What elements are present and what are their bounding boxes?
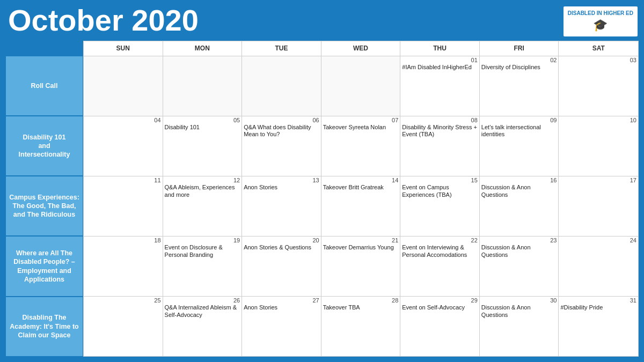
day-content: Q&A Internalized Ableism & Self-Advocacy <box>165 304 240 319</box>
day-number: 04 <box>154 117 160 123</box>
day-content: Disability 101 <box>165 124 240 131</box>
header-sat: SAT <box>559 41 638 56</box>
day-cell-w4-d5: 22Event on Interviewing & Personal Accom… <box>400 237 480 296</box>
day-number: 13 <box>312 178 319 183</box>
day-content: Takeover Syreeta Nolan <box>323 124 399 131</box>
day-number: 05 <box>233 117 240 123</box>
logo-line1: DISABLED IN <box>568 10 602 16</box>
day-cell-w1-d4 <box>321 56 401 116</box>
day-number: 10 <box>630 117 636 123</box>
day-number: 21 <box>392 238 398 243</box>
day-number: 02 <box>550 57 557 63</box>
day-number: 31 <box>630 298 636 304</box>
week-row-3: 1112Q&A Ableism, Experiences and more13A… <box>84 176 638 237</box>
day-number: 14 <box>392 178 398 183</box>
day-number: 06 <box>312 117 319 123</box>
day-cell-w3-d1: 11 <box>84 176 163 236</box>
day-number: 20 <box>312 238 319 243</box>
day-cell-w5-d4: 28Takeover TBA <box>321 297 401 356</box>
day-content: Q&A What does Disability Mean to You? <box>244 124 319 139</box>
day-content: Takeover Britt Gratreak <box>323 184 399 191</box>
day-content: Anon Stories <box>244 304 319 312</box>
header-tue: TUE <box>242 41 321 56</box>
day-number: 09 <box>550 117 557 123</box>
logo: DISABLED IN HIGHER ED 🎓 <box>562 5 639 38</box>
week-row-1: 01#IAm Disabled InHigherEd02Diversity of… <box>84 56 638 116</box>
day-number: 30 <box>550 298 557 304</box>
day-cell-w5-d6: 30Discussion & Anon Questions <box>480 297 559 356</box>
day-number: 27 <box>312 298 319 304</box>
header-mon: MON <box>163 41 243 56</box>
day-cell-w4-d2: 19Event on Disclosure & Personal Brandin… <box>163 237 243 296</box>
day-number: 07 <box>392 117 398 123</box>
day-content: Anon Stories <box>244 184 319 191</box>
day-number: 19 <box>233 238 240 243</box>
sidebar-week-2: Disability 101andIntersectionality <box>5 116 83 176</box>
day-cell-w2-d6: 09Let's talk intersectional identities <box>480 116 559 176</box>
day-content: #Disability Pride <box>560 304 636 312</box>
day-cell-w1-d2 <box>163 56 243 116</box>
day-cell-w2-d3: 06Q&A What does Disability Mean to You? <box>242 116 321 176</box>
day-content: Event on Campus Experiences (TBA) <box>402 184 478 199</box>
sidebar: Roll Call Disability 101andIntersectiona… <box>5 41 83 357</box>
day-cell-w2-d5: 08Disability & Minority Stress + Event (… <box>400 116 480 176</box>
day-content: Discussion & Anon Questions <box>481 184 557 199</box>
page: October 2020 DISABLED IN HIGHER ED 🎓 Rol… <box>0 0 644 362</box>
day-content: Disability & Minority Stress + Event (TB… <box>402 124 478 139</box>
logo-line2: HIGHER ED <box>603 10 633 16</box>
calendar-wrapper: Roll Call Disability 101andIntersectiona… <box>5 41 639 357</box>
day-content: #IAm Disabled InHigherEd <box>402 64 478 71</box>
header-sun: SUN <box>84 41 163 56</box>
day-headers: SUN MON TUE WED THU FRI SAT <box>84 41 638 56</box>
day-number: 18 <box>154 238 160 243</box>
day-cell-w2-d4: 07Takeover Syreeta Nolan <box>321 116 401 176</box>
day-cell-w2-d2: 05Disability 101 <box>163 116 243 176</box>
week-row-5: 2526Q&A Internalized Ableism & Self-Advo… <box>84 297 638 356</box>
day-number: 24 <box>630 238 636 243</box>
day-cell-w4-d7: 24 <box>559 237 638 296</box>
sidebar-week-1: Roll Call <box>5 56 83 116</box>
day-cell-w1-d5: 01#IAm Disabled InHigherEd <box>400 56 480 116</box>
day-content: Event on Disclosure & Personal Branding <box>165 244 240 259</box>
day-number: 17 <box>630 178 636 183</box>
day-cell-w5-d3: 27Anon Stories <box>242 297 321 356</box>
day-cell-w3-d6: 16Discussion & Anon Questions <box>480 176 559 236</box>
sidebar-spacer <box>5 41 83 56</box>
day-content: Discussion & Anon Questions <box>481 304 557 319</box>
day-number: 15 <box>471 178 478 183</box>
day-content: Event on Self-Advocacy <box>402 304 478 312</box>
day-content: Takeover TBA <box>323 304 399 312</box>
day-cell-w2-d1: 04 <box>84 116 163 176</box>
day-content: Event on Interviewing & Personal Accomod… <box>402 244 478 259</box>
day-cell-w3-d4: 14Takeover Britt Gratreak <box>321 176 401 236</box>
day-cell-w4-d3: 20Anon Stories & Questions <box>242 237 321 296</box>
day-number: 01 <box>471 57 478 63</box>
sidebar-week-4: Where are All TheDisabled People? –Emplo… <box>5 236 83 296</box>
header-thu: THU <box>400 41 480 56</box>
day-cell-w1-d6: 02Diversity of Disciplines <box>480 56 559 116</box>
logo-icon: 🎓 <box>568 18 633 33</box>
day-cell-w1-d3 <box>242 56 321 116</box>
day-cell-w4-d4: 21Takeover Demarrius Young <box>321 237 401 296</box>
day-content: Diversity of Disciplines <box>481 64 557 71</box>
day-cell-w5-d1: 25 <box>84 297 163 356</box>
day-content: Discussion & Anon Questions <box>481 244 557 259</box>
day-cell-w5-d7: 31#Disability Pride <box>559 297 638 356</box>
day-cell-w5-d5: 29Event on Self-Advocacy <box>400 297 480 356</box>
day-number: 03 <box>630 57 636 63</box>
day-cell-w4-d1: 18 <box>84 237 163 296</box>
calendar-grid: SUN MON TUE WED THU FRI SAT 01#IAm Disab… <box>83 41 639 357</box>
weeks: 01#IAm Disabled InHigherEd02Diversity of… <box>84 56 638 356</box>
day-content: Anon Stories & Questions <box>244 244 319 252</box>
day-cell-w2-d7: 10 <box>559 116 638 176</box>
day-content: Takeover Demarrius Young <box>323 244 399 252</box>
day-cell-w3-d7: 17 <box>559 176 638 236</box>
sidebar-week-5: Disabling TheAcademy: It's Time toClaim … <box>5 297 83 357</box>
day-number: 22 <box>471 238 478 243</box>
sidebar-week-3: Campus Experiences:The Good, The Bad,and… <box>5 176 83 236</box>
day-number: 26 <box>233 298 240 304</box>
header: October 2020 DISABLED IN HIGHER ED 🎓 <box>5 5 639 38</box>
day-number: 23 <box>550 238 557 243</box>
day-cell-w3-d5: 15Event on Campus Experiences (TBA) <box>400 176 480 236</box>
header-fri: FRI <box>480 41 559 56</box>
